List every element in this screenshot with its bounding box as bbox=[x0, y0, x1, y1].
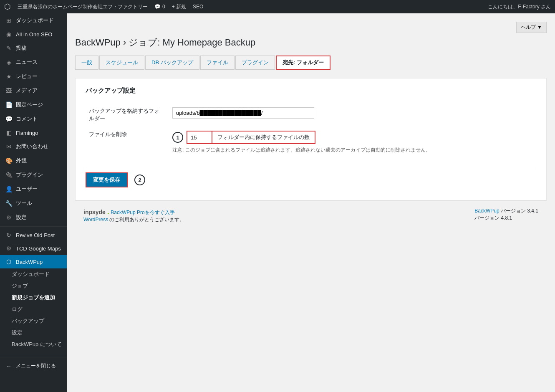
folder-input[interactable] bbox=[172, 107, 314, 119]
wp-logo[interactable]: ⬡ bbox=[4, 2, 11, 11]
sidebar-item-settings[interactable]: ⚙ 設定 bbox=[0, 210, 67, 225]
sidebar-item-tools[interactable]: 🔧 ツール bbox=[0, 196, 67, 210]
inpsyde-text: inpsyde bbox=[83, 209, 106, 215]
sidebar-label: 設定 bbox=[16, 214, 27, 221]
sidebar-label: 投稿 bbox=[16, 44, 27, 52]
step1-circle: 1 bbox=[172, 132, 183, 143]
collapse-label: メニューを閉じる bbox=[16, 362, 56, 369]
help-bar: ヘルプ ▼ bbox=[75, 22, 547, 33]
folder-row: バックアップを格納するフォルダー bbox=[86, 103, 536, 126]
footer-right: BackWPup バージョン 3.4.1 バージョン 4.8.1 bbox=[474, 207, 538, 222]
seo-button[interactable]: SEO bbox=[193, 4, 203, 10]
flamingo-icon: ◧ bbox=[5, 129, 13, 136]
sidebar-item-reviews[interactable]: ★ レビュー bbox=[0, 69, 67, 83]
sidebar-item-revive[interactable]: ↻ Revive Old Post bbox=[0, 228, 67, 242]
sidebar-label: プラグイン bbox=[16, 171, 43, 179]
submenu-dashboard[interactable]: ダッシュボード bbox=[0, 268, 67, 280]
tab-destination-folder[interactable]: 宛先: フォルダー bbox=[276, 56, 330, 70]
save-row: 変更を保存 2 bbox=[86, 168, 536, 192]
file-delete-row: ファイルを削除 1 フォルダー内に保持するファイルの数 注意: bbox=[86, 126, 536, 158]
sidebar-label: レビュー bbox=[16, 73, 38, 80]
tab-schedule[interactable]: スケジュール bbox=[99, 56, 144, 70]
admin-bar: ⬡ 三重県名張市のホームページ制作会社エフ・ファクトリー 💬 0 + 新規 SE… bbox=[0, 0, 555, 13]
pages-icon: 📄 bbox=[5, 101, 13, 108]
footer: inpsyde. BackWPup Proを今すぐ入手 WordPress のご… bbox=[75, 200, 547, 230]
sidebar-label: ニュース bbox=[16, 58, 38, 66]
wp-version: バージョン 4.8.1 bbox=[474, 215, 512, 221]
tab-general[interactable]: 一般 bbox=[75, 56, 98, 70]
submenu-settings[interactable]: 設定 bbox=[0, 327, 67, 339]
sidebar-label: ダッシュボード bbox=[16, 17, 54, 24]
revive-icon: ↻ bbox=[5, 232, 13, 238]
sidebar-item-contact[interactable]: ✉ お問い合わせ bbox=[0, 139, 67, 154]
sidebar: ⊞ ダッシュボード ◉ All in One SEO ✎ 投稿 ◈ ニュース ★… bbox=[0, 13, 67, 392]
file-count-row: 1 フォルダー内に保持するファイルの数 bbox=[172, 131, 533, 144]
backwpup-version-link[interactable]: BackWPup bbox=[474, 208, 499, 214]
sidebar-label: Revive Old Post bbox=[16, 232, 55, 238]
backwpup-version: バージョン 3.4.1 bbox=[501, 208, 538, 214]
sidebar-label: BackWPup bbox=[16, 259, 43, 265]
submenu-log[interactable]: ログ bbox=[0, 303, 67, 315]
sidebar-item-pages[interactable]: 📄 固定ページ bbox=[0, 98, 67, 112]
tab-plugins[interactable]: プラグイン bbox=[235, 56, 275, 70]
sidebar-item-media[interactable]: 🖼 メディア bbox=[0, 83, 67, 98]
comments-icon[interactable]: 💬 0 bbox=[154, 4, 165, 10]
file-count-input[interactable] bbox=[187, 132, 212, 143]
sidebar-item-plugins[interactable]: 🔌 プラグイン bbox=[0, 168, 67, 182]
sidebar-item-backwpup[interactable]: ⬡ BackWPup bbox=[0, 255, 67, 268]
backwpup-pro-link[interactable]: BackWPup Proを今すぐ入手 bbox=[111, 210, 174, 215]
sidebar-item-news[interactable]: ◈ ニュース bbox=[0, 55, 67, 69]
sidebar-label: コメント bbox=[16, 115, 38, 123]
section-title: バックアップ設定 bbox=[86, 87, 536, 95]
submenu-about[interactable]: BackWPup について bbox=[0, 339, 67, 350]
appearance-icon: 🎨 bbox=[5, 157, 13, 164]
submenu-jobs[interactable]: ジョブ bbox=[0, 280, 67, 292]
seo-icon: ◉ bbox=[5, 31, 13, 38]
sidebar-label: ユーザー bbox=[16, 185, 38, 193]
tab-db-backup[interactable]: DB バックアップ bbox=[145, 56, 199, 70]
media-icon: 🖼 bbox=[5, 87, 13, 94]
sidebar-item-users[interactable]: 👤 ユーザー bbox=[0, 182, 67, 196]
sidebar-item-posts[interactable]: ✎ 投稿 bbox=[0, 41, 67, 55]
sidebar-item-allinoneseo[interactable]: ◉ All in One SEO bbox=[0, 28, 67, 41]
save-button[interactable]: 変更を保存 bbox=[86, 172, 128, 187]
folder-label: バックアップを格納するフォルダー bbox=[89, 108, 159, 121]
nav-tabs: 一般 スケジュール DB バックアップ ファイル プラグイン 宛先: フォルダー bbox=[75, 56, 547, 70]
new-post-button[interactable]: + 新規 bbox=[172, 3, 186, 10]
sidebar-label: Flamingo bbox=[16, 130, 38, 136]
users-icon: 👤 bbox=[5, 186, 13, 192]
file-delete-label: ファイルを削除 bbox=[89, 131, 127, 137]
file-count-desc: フォルダー内に保持するファイルの数 bbox=[212, 132, 315, 143]
settings-icon: ⚙ bbox=[5, 214, 13, 221]
sidebar-label: 固定ページ bbox=[16, 101, 43, 109]
main-content: ヘルプ ▼ BackWPup › ジョブ: My Homepage Backup… bbox=[67, 13, 555, 392]
comments-count: 0 bbox=[162, 4, 165, 10]
sidebar-item-googlemaps[interactable]: ⚙ TCD Google Maps bbox=[0, 242, 67, 255]
step2-circle: 2 bbox=[134, 175, 145, 185]
tab-files[interactable]: ファイル bbox=[200, 56, 235, 70]
sidebar-collapse[interactable]: ← メニューを閉じる bbox=[0, 359, 67, 373]
tools-icon: 🔧 bbox=[5, 200, 13, 207]
thanks-text: のご利用ありがとうございます。 bbox=[109, 217, 184, 223]
sidebar-label: TCD Google Maps bbox=[16, 245, 61, 252]
plugins-icon: 🔌 bbox=[5, 172, 13, 178]
page-title: BackWPup › ジョブ: My Homepage Backup bbox=[75, 36, 547, 49]
help-button[interactable]: ヘルプ ▼ bbox=[516, 22, 547, 33]
sidebar-item-flamingo[interactable]: ◧ Flamingo bbox=[0, 126, 67, 139]
submenu-backup[interactable]: バックアップ bbox=[0, 315, 67, 327]
sidebar-label: 外観 bbox=[16, 157, 27, 164]
posts-icon: ✎ bbox=[5, 45, 13, 51]
submenu-new-job[interactable]: 新規ジョブを追加 bbox=[0, 292, 67, 303]
sidebar-item-comments[interactable]: 💬 コメント bbox=[0, 112, 67, 126]
site-name[interactable]: 三重県名張市のホームページ制作会社エフ・ファクトリー bbox=[18, 3, 148, 10]
settings-card: バックアップ設定 バックアップを格納するフォルダー ファイルを削除 bbox=[75, 78, 547, 200]
footer-left: inpsyde. BackWPup Proを今すぐ入手 WordPress のご… bbox=[83, 207, 184, 223]
inpsyde-logo: inpsyde. bbox=[83, 207, 109, 216]
sidebar-item-appearance[interactable]: 🎨 外観 bbox=[0, 154, 67, 168]
maps-icon: ⚙ bbox=[5, 245, 13, 252]
wordpress-link[interactable]: WordPress bbox=[83, 217, 108, 223]
sidebar-label: ツール bbox=[16, 200, 32, 207]
contact-icon: ✉ bbox=[5, 143, 13, 150]
reviews-icon: ★ bbox=[5, 73, 13, 80]
sidebar-item-dashboard[interactable]: ⊞ ダッシュボード bbox=[0, 13, 67, 28]
